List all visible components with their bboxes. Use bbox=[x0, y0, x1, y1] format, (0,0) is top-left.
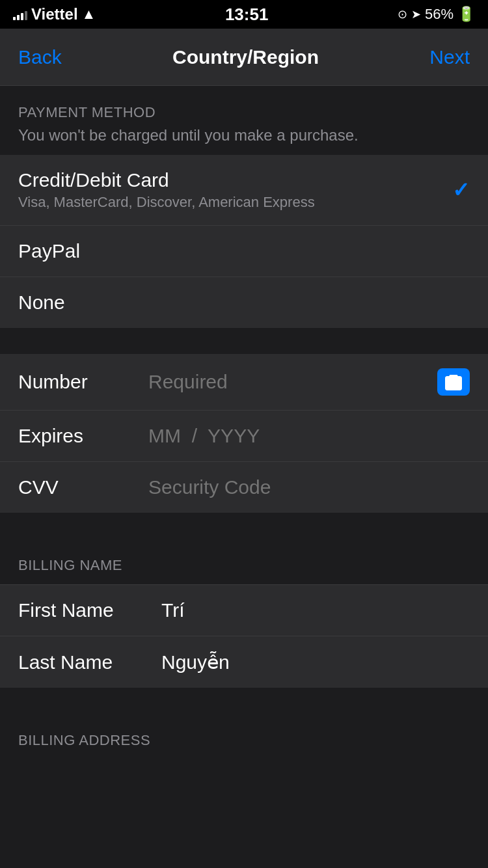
location-icon: ⊙ bbox=[398, 7, 407, 21]
section-divider-1 bbox=[0, 328, 488, 354]
page-title: Country/Region bbox=[172, 46, 319, 68]
none-content: None bbox=[18, 292, 65, 314]
last-name-value: Nguyễn bbox=[161, 651, 230, 673]
clock: 13:51 bbox=[225, 5, 269, 25]
status-left: Viettel ▲ bbox=[13, 5, 96, 23]
battery-percentage: 56% bbox=[425, 6, 454, 23]
cvv-label: CVV bbox=[18, 476, 148, 498]
expires-input[interactable] bbox=[148, 425, 470, 447]
first-name-value: Trí bbox=[161, 599, 185, 621]
carrier-label: Viettel bbox=[31, 5, 78, 23]
last-name-row[interactable]: Last Name Nguyễn bbox=[0, 636, 488, 688]
credit-card-title: Credit/Debit Card bbox=[18, 169, 315, 191]
camera-icon bbox=[444, 373, 463, 390]
billing-name-container: First Name Trí Last Name Nguyễn bbox=[0, 585, 488, 688]
payment-method-header: PAYMENT METHOD You won't be charged unti… bbox=[0, 86, 488, 155]
battery-icon: 🔋 bbox=[457, 6, 475, 23]
gps-icon: ➤ bbox=[411, 7, 421, 21]
paypal-content: PayPal bbox=[18, 240, 80, 262]
first-name-row[interactable]: First Name Trí bbox=[0, 585, 488, 636]
credit-card-subtitle: Visa, MasterCard, Discover, American Exp… bbox=[18, 194, 315, 211]
card-fields-container: Number Expires CVV bbox=[0, 354, 488, 513]
card-number-input[interactable] bbox=[148, 371, 437, 393]
section-divider-2 bbox=[0, 513, 488, 539]
back-button[interactable]: Back bbox=[18, 46, 62, 68]
cvv-row[interactable]: CVV bbox=[0, 462, 488, 513]
payment-options-list: Credit/Debit Card Visa, MasterCard, Disc… bbox=[0, 155, 488, 328]
camera-scan-button[interactable] bbox=[437, 368, 470, 396]
camera-path bbox=[445, 375, 462, 390]
nav-bar: Back Country/Region Next bbox=[0, 29, 488, 86]
billing-address-header: BILLING ADDRESS bbox=[0, 714, 488, 759]
paypal-title: PayPal bbox=[18, 240, 80, 262]
first-name-label: First Name bbox=[18, 599, 161, 621]
next-button[interactable]: Next bbox=[429, 46, 470, 68]
card-number-row[interactable]: Number bbox=[0, 354, 488, 411]
expires-row[interactable]: Expires bbox=[0, 411, 488, 462]
last-name-label: Last Name bbox=[18, 651, 161, 673]
expires-label: Expires bbox=[18, 425, 148, 447]
billing-address-title: BILLING ADDRESS bbox=[18, 732, 470, 749]
status-right: ⊙ ➤ 56% 🔋 bbox=[398, 6, 475, 23]
payment-method-subtitle: You won't be charged until you make a pu… bbox=[18, 126, 470, 144]
billing-name-title: BILLING NAME bbox=[18, 557, 470, 574]
wifi-icon: ▲ bbox=[82, 6, 96, 23]
cvv-input[interactable] bbox=[148, 476, 470, 498]
checkmark-icon: ✓ bbox=[452, 178, 470, 202]
payment-option-none[interactable]: None bbox=[0, 277, 488, 328]
payment-option-credit-card[interactable]: Credit/Debit Card Visa, MasterCard, Disc… bbox=[0, 155, 488, 226]
billing-name-header: BILLING NAME bbox=[0, 539, 488, 585]
credit-card-content: Credit/Debit Card Visa, MasterCard, Disc… bbox=[18, 169, 315, 211]
status-bar: Viettel ▲ 13:51 ⊙ ➤ 56% 🔋 bbox=[0, 0, 488, 29]
signal-bars-icon bbox=[13, 8, 27, 20]
section-divider-3 bbox=[0, 688, 488, 714]
payment-method-title: PAYMENT METHOD bbox=[18, 104, 470, 121]
card-number-label: Number bbox=[18, 371, 148, 393]
none-title: None bbox=[18, 292, 65, 314]
payment-option-paypal[interactable]: PayPal bbox=[0, 226, 488, 277]
